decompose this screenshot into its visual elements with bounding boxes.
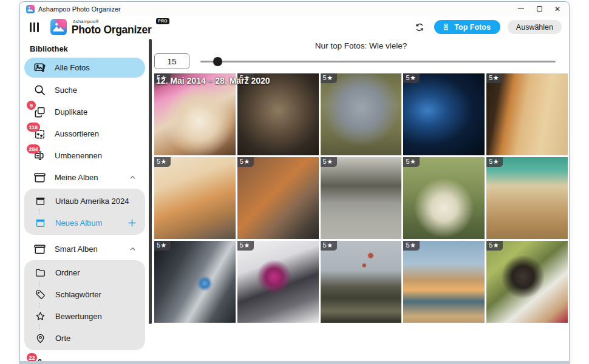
sidebar-section-label: Smart Alben <box>55 244 98 254</box>
photo-balloons-field[interactable]: 5★ <box>321 241 402 323</box>
title-bar[interactable]: Ashampoo Photo Organizer ✕ <box>20 2 569 16</box>
photo-dog-goggles-snow[interactable]: 5★ <box>237 241 319 323</box>
search-icon <box>32 83 47 97</box>
date-range-label: 12. Mai 2014 – 28. März 2020 <box>156 76 270 86</box>
duplicates-count-badge: 9 <box>27 101 36 110</box>
rating-badge: 5★ <box>154 157 171 167</box>
chevron-up-icon[interactable] <box>129 245 137 253</box>
menu-toggle-icon[interactable] <box>29 20 40 35</box>
photo-sleeping-calico-cat[interactable]: 5★ 12. Mai 2014 – 28. März 2020 <box>154 73 236 155</box>
sidebar-item-neues-album[interactable]: Neues Album <box>24 212 145 234</box>
tag-icon <box>33 287 47 302</box>
toolbar: Ashampoo® Photo Organizer PRO Top Fot <box>20 16 569 38</box>
album-icon <box>32 241 47 256</box>
rating-badge: 5★ <box>486 157 503 167</box>
sidebar-item-orte[interactable]: Orte <box>24 327 145 349</box>
sidebar-item-label: Umbenennen <box>55 151 102 160</box>
select-button[interactable]: Auswählen <box>508 20 562 34</box>
maximize-button[interactable] <box>530 2 548 16</box>
photo-grid: 5★ 12. Mai 2014 – 28. März 2020 5★ 5★ 5★… <box>154 73 568 323</box>
select-label: Auswählen <box>516 23 553 32</box>
award-icon <box>441 22 451 32</box>
location-pin-icon <box>33 331 47 345</box>
photo-street-crossing-dog[interactable]: 5★ <box>321 157 402 239</box>
star-icon <box>33 309 47 323</box>
album-icon <box>32 170 47 184</box>
sidebar-scrollbar[interactable] <box>149 39 152 324</box>
slider-track <box>200 61 556 63</box>
sidebar-header: Bibliothek <box>30 44 145 53</box>
sidebar-item-umbenennen[interactable]: 284 Umbenennen <box>24 144 145 166</box>
rating-badge: 5★ <box>403 157 420 167</box>
sidebar-item-suche[interactable]: Suche <box>24 79 145 101</box>
photo-fox-on-stairs[interactable]: 5★ <box>237 157 319 239</box>
sidebar-item-label: Orte <box>55 334 70 343</box>
photo-beach-cliffs[interactable]: 5★ <box>403 241 485 323</box>
top-fotos-button[interactable]: Top Fotos <box>434 20 500 34</box>
photo-two-dogs-pool[interactable]: 5★ <box>486 157 568 239</box>
sidebar-item-label: Bewertungen <box>55 312 102 321</box>
close-icon: ✕ <box>554 5 560 13</box>
smart-albums-group: Ordner Schlagwörter <box>24 260 145 350</box>
sidebar-item-label: Urlaub Amerika 2024 <box>55 197 129 206</box>
sidebar-item-label: Neues Album <box>55 218 102 228</box>
rating-badge: 5★ <box>403 73 420 83</box>
content: Bibliothek Alle Fotos S <box>20 38 569 364</box>
app-window: Ashampoo Photo Organizer ✕ Ashampoo® Pho… <box>19 1 570 364</box>
rating-badge: 5★ <box>486 241 503 251</box>
sidebar-section-meine-alben[interactable]: Meine Alben <box>24 166 145 188</box>
sidebar-item-alle-fotos[interactable]: Alle Fotos <box>24 58 145 78</box>
sidebar-item-label: Schlagwörter <box>55 290 101 299</box>
photo-gray-cat[interactable]: 5★ <box>321 73 402 155</box>
sidebar: Bibliothek Alle Fotos S <box>20 38 149 364</box>
slider-thumb[interactable] <box>213 57 222 66</box>
photo-white-dog-grass[interactable]: 5★ <box>403 157 485 239</box>
sidebar-item-duplikate[interactable]: 9 Duplikate <box>24 101 145 123</box>
top-count-input[interactable] <box>154 53 189 69</box>
sidebar-item-schlagwoerter[interactable]: Schlagwörter <box>24 283 145 305</box>
main-panel: Nur top Fotos: Wie viele? 5★ 12. Mai 201… <box>149 38 569 364</box>
sidebar-section-smart-alben[interactable]: Smart Alben <box>24 238 145 260</box>
photo-husky-eye[interactable]: 5★ <box>154 241 236 323</box>
photo-tabby-cat-portrait[interactable]: 5★ <box>237 73 319 155</box>
rating-badge: 5★ <box>237 157 254 167</box>
pro-badge: PRO <box>156 18 170 24</box>
sidebar-item-urlaub-amerika-2024[interactable]: Urlaub Amerika 2024 <box>24 190 145 212</box>
sidebar-item-bewertungen[interactable]: Bewertungen <box>24 305 145 327</box>
refresh-button[interactable] <box>412 20 427 35</box>
brand: Ashampoo® Photo Organizer PRO <box>50 19 170 35</box>
new-album-icon <box>33 215 47 230</box>
window-bottom-edge <box>20 361 569 364</box>
rename-icon: 284 <box>32 148 47 163</box>
window-title: Ashampoo Photo Organizer <box>38 5 121 13</box>
maximize-icon <box>537 6 542 12</box>
sidebar-item-ordner[interactable]: Ordner <box>24 261 145 283</box>
duplicates-icon: 9 <box>32 104 47 119</box>
rename-count-badge: 284 <box>27 144 40 153</box>
my-albums-group: Urlaub Amerika 2024 Neues Album <box>24 189 145 235</box>
minimize-icon <box>518 8 524 9</box>
rating-badge: 5★ <box>237 241 254 251</box>
screen: Ashampoo Photo Organizer ✕ Ashampoo® Pho… <box>0 0 589 364</box>
refresh-icon <box>414 22 425 33</box>
rating-badge: 5★ <box>154 241 171 251</box>
top-count-slider[interactable] <box>200 56 556 66</box>
add-album-icon[interactable] <box>127 218 137 228</box>
close-button[interactable]: ✕ <box>548 2 567 16</box>
sidebar-item-label: Aussortieren <box>55 129 99 138</box>
sidebar-section-label: Meine Alben <box>55 173 98 182</box>
minimize-button[interactable] <box>512 2 530 16</box>
rating-badge: 5★ <box>321 73 337 83</box>
photo-orange-cat-blanket[interactable]: 5★ <box>154 157 236 239</box>
brand-name-large: Photo Organizer <box>72 24 152 36</box>
rating-badge: 5★ <box>321 241 337 251</box>
photo-jellyfish[interactable]: 5★ <box>403 73 485 155</box>
photos-icon <box>32 61 47 75</box>
photo-orange-kitten[interactable]: 5★ <box>486 73 568 155</box>
sidebar-item-label: Alle Fotos <box>55 63 90 72</box>
sidebar-item-aussortieren[interactable]: 118 Aussortieren <box>24 123 145 144</box>
top-fotos-label: Top Fotos <box>454 23 490 32</box>
sidebar-item-label: Duplikate <box>55 107 87 116</box>
chevron-up-icon[interactable] <box>129 174 137 181</box>
photo-puppy-towel[interactable]: 5★ <box>486 241 568 323</box>
